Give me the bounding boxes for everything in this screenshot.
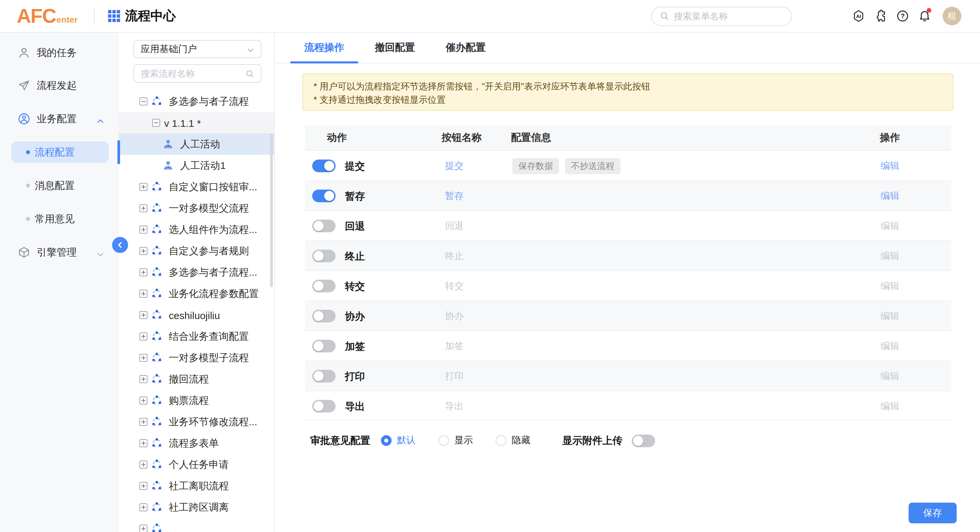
button-name-link[interactable]: 提交 [445,151,464,181]
button-name-link[interactable]: 转交 [445,271,464,301]
expand-node-icon[interactable] [139,525,148,532]
help-icon[interactable]: ? [896,10,909,23]
edit-link[interactable]: 编辑 [870,211,910,241]
app-select[interactable]: 应用基础门户 [134,40,261,58]
tree-node-process[interactable]: 多选参与者子流程... [119,262,274,283]
expand-node-icon[interactable] [139,354,148,362]
process-icon [151,459,162,470]
sidebar-item-my-tasks[interactable]: 我的任务 [0,36,119,69]
expand-node-icon[interactable] [139,268,148,276]
tree-node-process[interactable]: 社工跨区调离 [119,497,274,518]
menu-search-box [651,6,792,26]
attachment-upload-toggle[interactable] [632,434,655,447]
button-name-link[interactable]: 回退 [445,211,464,241]
tree-node-version[interactable]: v 1.1.1 * [119,112,274,134]
tree-node-process[interactable]: 流程多表单 [119,433,274,454]
tree-node-process[interactable]: ceshiluojiliu [119,304,274,326]
panel-collapse-button[interactable] [112,237,128,253]
tab-withdraw-config[interactable]: 撤回配置 [361,33,429,63]
expand-node-icon[interactable] [139,333,148,341]
button-name-link[interactable]: 打印 [445,361,464,391]
edit-link[interactable]: 编辑 [870,151,910,181]
sidebar-item-message-config[interactable]: 消息配置 [0,169,119,202]
radio-option-default[interactable]: 默认 [381,435,415,446]
button-name-link[interactable]: 终止 [445,241,464,271]
collapse-node-icon[interactable] [152,119,160,127]
sidebar-item-business-config[interactable]: 业务配置 [0,102,119,135]
puzzle-plugin-icon[interactable] [874,10,887,23]
tree-node-process[interactable]: 自定义参与者规则 [119,240,274,262]
tree-node-process[interactable]: 自定义窗口按钮审... [119,176,274,198]
menu-search-input[interactable] [674,11,774,21]
tree-node-process[interactable]: 个人任务申请 [119,454,274,475]
expand-node-icon[interactable] [139,311,148,319]
action-enable-toggle[interactable] [312,280,336,292]
radio-option-show[interactable]: 显示 [438,435,473,446]
notification-bell-icon[interactable] [918,10,931,23]
expand-node-icon[interactable] [139,460,148,468]
collapse-node-icon[interactable] [139,97,148,105]
edit-link[interactable]: 编辑 [870,301,910,331]
tree-node-activity[interactable]: 人工活动1 [119,155,274,176]
tree-node-process[interactable]: 业务环节修改流程... [119,411,274,433]
tree-node-process[interactable]: 一对多模型子流程 [119,347,274,368]
tree-node-process[interactable] [119,518,274,532]
expand-node-icon[interactable] [139,418,148,426]
expand-node-icon[interactable] [139,503,148,511]
button-name-link[interactable]: 加签 [445,331,464,361]
expand-node-icon[interactable] [139,247,148,255]
save-button[interactable]: 保存 [908,503,957,523]
tab-process-actions[interactable]: 流程操作 [290,33,358,63]
edit-link[interactable]: 编辑 [870,391,910,421]
action-enable-toggle[interactable] [312,400,336,413]
tree-node-process[interactable]: 一对多模型父流程 [119,198,274,219]
process-icon [151,523,162,532]
expand-node-icon[interactable] [139,482,148,490]
tree-scrollbar-thumb[interactable] [270,134,273,287]
process-icon [151,438,162,449]
sidebar-item-process-start[interactable]: 流程发起 [0,69,119,102]
tree-node-process[interactable]: 社工离职流程 [119,475,274,497]
sidebar-item-process-config[interactable]: 流程配置 [11,142,109,163]
action-enable-toggle[interactable] [312,310,336,322]
sidebar-item-engine-management[interactable]: 引擎管理 [0,236,119,269]
process-search-input[interactable] [141,68,241,78]
tab-bar: 流程操作撤回配置催办配置 [275,33,980,64]
user-avatar[interactable]: 租 [943,7,961,25]
app-window: AFC enter 流程中心 AI [0,0,980,532]
expand-node-icon[interactable] [139,183,148,191]
button-name-link[interactable]: 协办 [445,301,464,331]
action-enable-toggle[interactable] [312,159,336,172]
tree-node-process[interactable]: 撤回流程 [119,368,274,390]
action-enable-toggle[interactable] [312,220,336,232]
expand-node-icon[interactable] [139,439,148,447]
action-enable-toggle[interactable] [312,190,336,202]
button-name-link[interactable]: 导出 [445,391,464,421]
expand-node-icon[interactable] [139,226,148,234]
tab-urge-config[interactable]: 催办配置 [432,33,500,63]
expand-node-icon[interactable] [139,375,148,383]
button-name-link[interactable]: 暂存 [445,181,464,211]
edit-link[interactable]: 编辑 [870,181,910,211]
action-enable-toggle[interactable] [312,250,336,262]
sidebar-item-common-opinions[interactable]: 常用意见 [0,202,119,236]
edit-link[interactable]: 编辑 [870,241,910,271]
radio-option-hide[interactable]: 隐藏 [496,435,530,446]
tree-node-process[interactable]: 结合业务查询配置 [119,326,274,347]
app-grid-icon[interactable] [108,10,121,23]
tree-node-process[interactable]: 购票流程 [119,390,274,411]
expand-node-icon[interactable] [139,290,148,298]
edit-link[interactable]: 编辑 [870,361,910,391]
ai-assistant-icon[interactable]: AI [852,10,865,23]
tree-node-process[interactable]: 业务化流程参数配置 [119,283,274,304]
expand-node-icon[interactable] [139,397,148,405]
edit-link[interactable]: 编辑 [870,331,910,361]
tree-node-process[interactable]: 多选参与者子流程 [119,91,274,112]
tree-node-process[interactable]: 选人组件作为流程... [119,219,274,240]
edit-link[interactable]: 编辑 [870,271,910,301]
tree-node-activity[interactable]: 人工活动 [119,134,274,155]
expand-node-icon[interactable] [139,204,148,212]
action-enable-toggle[interactable] [312,340,336,352]
table-row: 打印 打印 编辑 [305,360,951,390]
action-enable-toggle[interactable] [312,370,336,382]
